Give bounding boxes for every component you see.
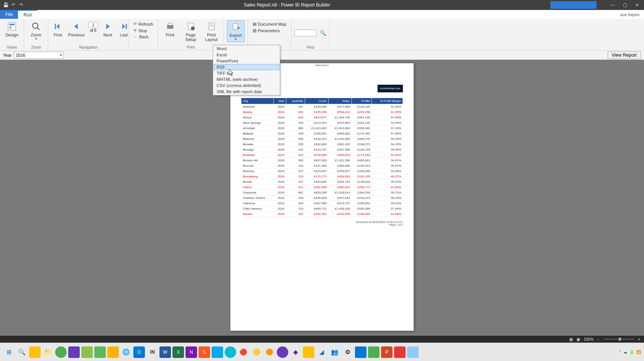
zoom-slider[interactable] [603, 339, 634, 340]
table-row: Broome2016118£221,394£360,406£139,01338.… [242, 163, 403, 169]
tab-file[interactable]: File [0, 10, 18, 19]
vscode-icon[interactable]: ◢ [316, 346, 327, 358]
next-icon [102, 21, 113, 32]
taskbar-app-3[interactable] [68, 346, 80, 358]
maximize-button[interactable]: ▢ [621, 2, 629, 8]
taskbar-app-10[interactable] [277, 346, 288, 358]
export-button[interactable]: Export ▾ [227, 20, 245, 42]
taskbar-app-7[interactable] [212, 346, 223, 358]
chrome-icon-2[interactable]: 🟡 [251, 346, 262, 358]
taskbar-app-13[interactable] [394, 346, 406, 358]
print-button[interactable]: Print [161, 20, 179, 38]
export-item-xml-file-with-report-data[interactable]: XML file with report data [214, 89, 279, 95]
group-nav-label: Navigation [51, 45, 125, 50]
table-row: Albury2016610£813,577£1,304,745£491,1683… [242, 115, 403, 120]
tray-chevron-icon[interactable]: ˄ [619, 350, 621, 354]
col-header: Costs [305, 98, 328, 104]
settings-icon[interactable]: ⚙ [342, 346, 353, 358]
find-input[interactable] [294, 30, 317, 36]
powerpoint-icon[interactable]: P [381, 346, 393, 358]
first-page-button[interactable]: First [51, 20, 64, 38]
col-header: City [242, 98, 274, 104]
stop-button[interactable]: ✕Stop [132, 28, 155, 33]
export-item-excel[interactable]: Excel [214, 52, 279, 58]
params-icon: ▥ [253, 28, 256, 33]
teams-icon[interactable]: 👥 [329, 346, 340, 358]
parameters-button[interactable]: ▥Parameters [251, 28, 288, 33]
word-icon[interactable]: W [159, 346, 171, 358]
back-button[interactable]: ←Back [132, 34, 155, 39]
param-year-select[interactable]: 2016 ▾ [14, 52, 64, 59]
refresh-button[interactable]: ⟳Refresh [132, 21, 155, 27]
taskbar-app-6[interactable] [107, 346, 119, 358]
tray-wifi-icon[interactable]: 📶 [636, 350, 641, 354]
view-report-button[interactable]: View Report [608, 51, 641, 59]
export-item-mhtml-web-archive-[interactable]: MHTML (web archive) [214, 76, 279, 82]
taskbar-app-11[interactable] [303, 346, 314, 358]
search-icon[interactable]: 🔍 [16, 346, 28, 358]
calendar-icon[interactable] [355, 346, 366, 358]
taskbar-app-s[interactable]: S [199, 346, 210, 358]
svg-marker-6 [56, 24, 59, 29]
table-row: Cairns2016211£281,890£482,661£200,77241.… [242, 185, 403, 190]
stop-icon: ✕ [133, 28, 137, 33]
edge-icon[interactable]: 🌐 [120, 346, 132, 358]
save-icon[interactable]: 💾 [3, 2, 8, 8]
back-icon: ← [133, 34, 138, 39]
visual-studio-icon[interactable]: ◆ [290, 346, 301, 358]
col-header: Profits [352, 98, 371, 104]
file-explorer-icon[interactable]: 📁 [42, 346, 54, 358]
notepad-icon[interactable] [407, 346, 419, 358]
minimize-button[interactable]: — [609, 2, 616, 8]
taskbar-app-8[interactable] [225, 346, 236, 358]
print-layout-button[interactable]: Print Layout [203, 20, 220, 43]
previous-page-button[interactable]: Previous [67, 20, 85, 38]
taskbar-app-9[interactable]: 🟠 [264, 346, 275, 358]
page-setup-button[interactable]: Page Setup [182, 20, 200, 43]
page-input[interactable] [88, 22, 98, 28]
export-item-powerpoint[interactable]: PowerPoint [214, 58, 279, 64]
table-row: Bendigo2016142£210,737£347,496£136,75939… [242, 147, 403, 153]
close-button[interactable]: ✕ [633, 2, 641, 8]
design-button[interactable]: Design [3, 20, 21, 38]
start-button[interactable]: ⊞ [3, 346, 15, 358]
print-layout-icon [206, 21, 217, 32]
svg-line-4 [37, 28, 39, 30]
table-row: Charters Towers2016230£336,828£547,042£2… [242, 195, 403, 201]
taskbar-app-4[interactable] [81, 346, 93, 358]
taskbar-app-12[interactable] [368, 346, 380, 358]
layout-mode-icon[interactable]: ▣ [577, 337, 580, 341]
export-item-tiff-file[interactable]: TIFF file [214, 70, 279, 76]
group-find-label: Find [294, 45, 326, 50]
outlook-icon[interactable]: O [133, 346, 145, 358]
last-page-button[interactable]: Last [117, 20, 130, 38]
tray-battery-icon[interactable]: 🔋 [629, 350, 634, 354]
mail-icon[interactable]: ✉ [146, 346, 158, 358]
zoom-out-button[interactable]: − [597, 337, 600, 341]
table-row: Brisbane2016212£228,690£400,633£171,9434… [242, 153, 403, 158]
excel-icon[interactable]: X [172, 346, 184, 358]
tab-run[interactable]: Run [18, 10, 37, 19]
tray-cloud-icon[interactable]: ☁ [623, 350, 627, 354]
chrome-icon[interactable]: 🔴 [238, 346, 249, 358]
page-of-footer: Page 1 of 5 [241, 223, 403, 226]
onenote-icon[interactable]: N [186, 346, 197, 358]
export-item-csv-comma-delimited-[interactable]: CSV (comma delimited) [214, 82, 279, 89]
account-banner[interactable] [550, 1, 596, 9]
export-item-pdf[interactable]: PDF [214, 64, 279, 70]
undo-icon[interactable]: ↶ [11, 2, 16, 8]
document-map-button[interactable]: ▤Document Map [251, 21, 288, 27]
find-icon[interactable]: 🔍 [320, 30, 326, 36]
next-page-button[interactable]: Next [101, 20, 114, 38]
taskbar-app-5[interactable] [94, 346, 106, 358]
user-label: sue bayes [620, 10, 644, 19]
taskbar-app-2[interactable] [55, 346, 67, 358]
table-row: Darwin2016161£252,331£432,699£180,36941.… [242, 212, 403, 217]
svg-rect-5 [55, 24, 56, 29]
taskbar-app-1[interactable] [29, 346, 41, 358]
zoom-in-button[interactable]: + [638, 337, 640, 341]
zoom-button[interactable]: Zoom ▾ [27, 20, 45, 41]
redo-icon[interactable]: ↷ [18, 2, 24, 8]
view-mode-icon[interactable]: ▦ [569, 337, 573, 341]
export-item-word[interactable]: Word [214, 46, 279, 52]
